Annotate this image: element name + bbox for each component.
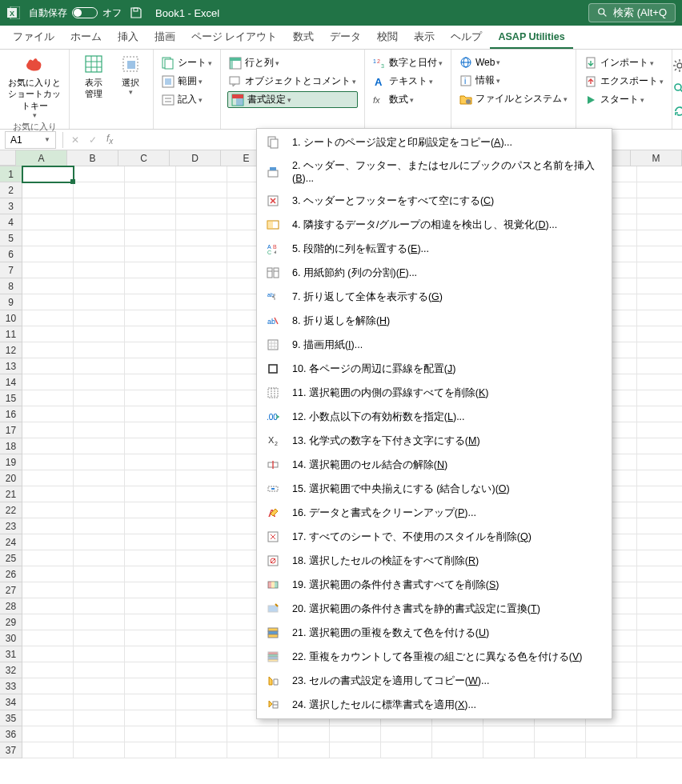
cell[interactable] — [74, 374, 125, 390]
cell[interactable] — [125, 710, 176, 726]
cell[interactable] — [74, 534, 125, 550]
row-header[interactable]: 36 — [0, 726, 22, 742]
cell[interactable] — [125, 582, 176, 598]
cell[interactable] — [176, 358, 227, 374]
view-mgmt-button[interactable]: 表示 管理 — [76, 53, 111, 100]
cell[interactable] — [279, 742, 330, 758]
cell[interactable] — [125, 182, 176, 198]
row-header[interactable]: 7 — [0, 262, 22, 278]
cell[interactable] — [22, 246, 74, 262]
cell[interactable] — [22, 726, 74, 742]
format-button[interactable]: 書式設定▾ — [227, 91, 358, 108]
cell[interactable] — [637, 294, 682, 310]
row-header[interactable]: 8 — [0, 278, 22, 294]
cell[interactable] — [176, 486, 227, 502]
cell[interactable] — [74, 422, 125, 438]
cell[interactable] — [176, 742, 227, 758]
cell[interactable] — [74, 390, 125, 406]
cell[interactable] — [125, 214, 176, 230]
refresh-icon[interactable] — [673, 105, 682, 120]
cell[interactable] — [22, 358, 74, 374]
cell[interactable] — [125, 262, 176, 278]
cell[interactable] — [125, 390, 176, 406]
cell[interactable] — [330, 742, 381, 758]
cell[interactable] — [176, 198, 227, 214]
menu-item-9[interactable]: 9. 描画用紙(I)... — [257, 333, 612, 357]
cell[interactable] — [586, 726, 637, 742]
cell[interactable] — [637, 262, 682, 278]
cell[interactable] — [637, 534, 682, 550]
row-header[interactable]: 10 — [0, 310, 22, 326]
row-header[interactable]: 28 — [0, 598, 22, 614]
cell[interactable] — [125, 374, 176, 390]
menu-item-16[interactable]: A16. データと書式をクリーンアップ(P)... — [257, 501, 612, 525]
cell[interactable] — [176, 182, 227, 198]
cell[interactable] — [74, 678, 125, 694]
cell[interactable] — [22, 390, 74, 406]
cell[interactable] — [22, 214, 74, 230]
cell[interactable] — [637, 518, 682, 534]
row-header[interactable]: 37 — [0, 742, 22, 758]
cell[interactable] — [176, 294, 227, 310]
cell[interactable] — [637, 598, 682, 614]
cell[interactable] — [125, 342, 176, 358]
menu-item-5[interactable]: ABC5. 段階的に列を転置する(E)... — [257, 237, 612, 261]
cell[interactable] — [22, 742, 74, 758]
cell[interactable] — [637, 694, 682, 710]
cell[interactable] — [176, 502, 227, 518]
cell[interactable] — [176, 214, 227, 230]
cell[interactable] — [74, 518, 125, 534]
row-header[interactable]: 20 — [0, 470, 22, 486]
select-all-corner[interactable] — [0, 150, 16, 166]
cell[interactable] — [74, 342, 125, 358]
cell[interactable] — [125, 694, 176, 710]
cell[interactable] — [22, 326, 74, 342]
cell[interactable] — [125, 726, 176, 742]
tab-1[interactable]: ホーム — [62, 26, 110, 49]
cell[interactable] — [176, 422, 227, 438]
cell[interactable] — [125, 550, 176, 566]
cell[interactable] — [637, 726, 682, 742]
row-header[interactable]: 17 — [0, 422, 22, 438]
row-header[interactable]: 12 — [0, 342, 22, 358]
cell[interactable] — [125, 662, 176, 678]
text-button[interactable]: Aテキスト▾ — [371, 73, 444, 90]
import-button[interactable]: インポート▾ — [583, 54, 665, 71]
cell[interactable] — [637, 646, 682, 662]
menu-item-10[interactable]: 10. 各ページの周辺に罫線を配置(J) — [257, 357, 612, 381]
tab-4[interactable]: ページ レイアウト — [183, 26, 285, 49]
cell[interactable] — [22, 614, 74, 630]
cell[interactable] — [74, 550, 125, 566]
sheet-button[interactable]: シート▾ — [160, 54, 214, 71]
info-button[interactable]: i情報▾ — [458, 72, 569, 89]
cell[interactable] — [22, 566, 74, 582]
menu-item-12[interactable]: .0012. 小数点以下の有効桁数を指定(L)... — [257, 405, 612, 429]
cell[interactable] — [74, 454, 125, 470]
cell[interactable] — [74, 582, 125, 598]
cell[interactable] — [176, 694, 227, 710]
cell[interactable] — [74, 326, 125, 342]
cell[interactable] — [22, 710, 74, 726]
row-header[interactable]: 3 — [0, 198, 22, 214]
cell[interactable] — [125, 598, 176, 614]
row-header[interactable]: 23 — [0, 518, 22, 534]
cell[interactable] — [74, 710, 125, 726]
menu-item-19[interactable]: 19. 選択範囲の条件付き書式すべてを削除(S) — [257, 573, 612, 597]
cell[interactable] — [176, 614, 227, 630]
cell[interactable] — [74, 214, 125, 230]
cell[interactable] — [22, 518, 74, 534]
objcomment-button[interactable]: オブジェクトとコメント▾ — [227, 73, 358, 90]
cell[interactable] — [637, 406, 682, 422]
cell[interactable] — [125, 358, 176, 374]
menu-item-22[interactable]: 22. 重複をカウントして各重複の組ごとに異なる色を付ける(V) — [257, 645, 612, 669]
fx-icon[interactable]: fx — [102, 133, 118, 146]
cell[interactable] — [125, 502, 176, 518]
cell[interactable] — [22, 230, 74, 246]
cell[interactable] — [637, 214, 682, 230]
cell[interactable] — [176, 710, 227, 726]
cell[interactable] — [125, 678, 176, 694]
cell[interactable] — [125, 646, 176, 662]
cell[interactable] — [637, 678, 682, 694]
name-box[interactable]: A1 ▼ — [5, 131, 56, 149]
col-header[interactable]: D — [170, 150, 221, 166]
